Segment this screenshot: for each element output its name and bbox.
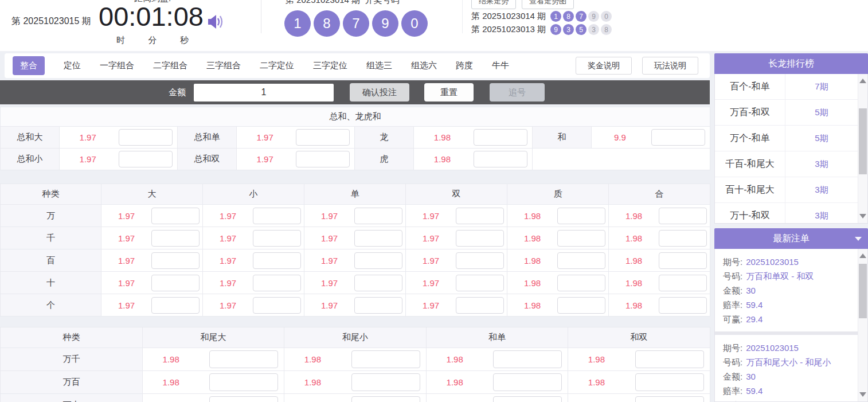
bet-amount-input[interactable] <box>474 129 527 146</box>
bet-amount-input[interactable] <box>151 252 200 269</box>
bet-amount-input[interactable] <box>151 275 200 291</box>
bet-type-label: 万 <box>1 205 101 227</box>
bet-amount-input[interactable] <box>635 373 704 391</box>
speaker-icon[interactable] <box>208 13 226 33</box>
bet-amount-input[interactable] <box>456 208 504 224</box>
bet-amount-input[interactable] <box>253 230 301 247</box>
bet-amount-input[interactable] <box>651 129 705 146</box>
bet-amount-input[interactable] <box>253 275 301 291</box>
bet-amount-input[interactable] <box>659 297 707 314</box>
bet-amount-input[interactable] <box>635 350 704 368</box>
bet-amount-input[interactable] <box>557 297 605 314</box>
odds-value: 1.98 <box>507 233 557 243</box>
scrollbar-down-icon[interactable] <box>859 214 866 218</box>
scrollbar[interactable] <box>858 74 867 223</box>
dragon-rank-row: 万个-和单5期 <box>715 126 858 151</box>
odds-value: 1.98 <box>507 278 557 288</box>
bet-amount-input[interactable] <box>253 297 301 314</box>
collapse-arrow-icon[interactable] <box>855 237 862 244</box>
tab-10[interactable]: 跨度 <box>456 60 473 71</box>
tab-1[interactable]: 整合 <box>13 56 45 75</box>
result-trend-button[interactable]: 结果走势 <box>471 0 516 9</box>
bet-cell: 1.98 <box>507 272 609 294</box>
bet-amount-input[interactable] <box>456 230 504 247</box>
scrollbar-down-icon[interactable] <box>859 392 866 397</box>
bet-amount-input[interactable] <box>354 275 402 291</box>
bet-amount-input[interactable] <box>557 252 605 269</box>
odds-value: 1.97 <box>101 233 151 243</box>
bet-amount-input[interactable] <box>557 208 605 224</box>
sum-table-row: 总和小1.97总和双1.97虎1.98 <box>1 149 710 170</box>
bet-amount-input[interactable] <box>557 275 605 291</box>
bet-amount-input[interactable] <box>493 373 562 391</box>
amount-input[interactable] <box>194 84 334 102</box>
tab-9[interactable]: 组选六 <box>411 60 437 71</box>
bet-cell: 1.98 <box>568 394 710 402</box>
bet-amount-input[interactable] <box>354 230 402 247</box>
tab-7[interactable]: 三字定位 <box>313 60 347 71</box>
bet-amount-input[interactable] <box>456 297 504 314</box>
odds-value: 1.97 <box>60 132 116 142</box>
bet-amount-input[interactable] <box>456 275 504 291</box>
chase-number-button[interactable]: 追号 <box>490 83 545 102</box>
odds-value: 1.97 <box>304 233 354 243</box>
bet-amount-input[interactable] <box>456 252 504 269</box>
confirm-bet-button[interactable]: 确认投注 <box>350 83 409 102</box>
odds-value: 1.97 <box>406 278 456 288</box>
tab-8[interactable]: 组选三 <box>366 60 392 71</box>
tab-2[interactable]: 定位 <box>64 60 81 71</box>
bet-amount-input[interactable] <box>557 230 605 247</box>
scrollbar-thumb[interactable] <box>859 108 867 174</box>
bet-amount-input[interactable] <box>351 373 420 391</box>
tab-5[interactable]: 三字组合 <box>206 60 241 71</box>
tab-11[interactable]: 牛牛 <box>492 60 509 71</box>
bet-amount-input[interactable] <box>659 230 707 247</box>
bet-amount-input[interactable] <box>659 208 707 224</box>
orders-panel-title: 最新注单 <box>773 233 810 245</box>
bet-cell: 1.97 <box>101 249 203 272</box>
bet-amount-input[interactable] <box>296 151 350 167</box>
tail-table-row: 万十1.981.981.981.98 <box>1 394 710 402</box>
bet-amount-input[interactable] <box>151 297 200 314</box>
bet-amount-input[interactable] <box>119 151 173 167</box>
bet-amount-input[interactable] <box>296 129 350 146</box>
bet-amount-input[interactable] <box>659 275 707 291</box>
tab-3[interactable]: 一字组合 <box>100 60 134 71</box>
bet-amount-input[interactable] <box>151 208 200 224</box>
bet-amount-input[interactable] <box>493 396 562 402</box>
bet-cell: 1.97 <box>60 149 178 170</box>
tab-6[interactable]: 二字定位 <box>260 60 294 71</box>
bet-amount-input[interactable] <box>209 350 278 368</box>
bet-amount-input[interactable] <box>493 350 562 368</box>
bet-amount-input[interactable] <box>354 252 402 269</box>
scrollbar[interactable] <box>858 249 867 401</box>
view-trend-chart-button[interactable]: 查看走势图 <box>522 0 574 9</box>
dragon-ranking-panel: 长龙排行榜 百个-和单7期万百-和双5期万个-和单5期千百-和尾大3期百十-和尾… <box>714 53 868 224</box>
dragon-streak-count: 5期 <box>785 126 858 151</box>
bet-amount-input[interactable] <box>351 396 420 402</box>
play-rules-button[interactable]: 玩法说明 <box>642 57 698 75</box>
bet-amount-input[interactable] <box>253 208 301 224</box>
scrollbar-up-icon[interactable] <box>859 79 866 83</box>
odds-value: 1.98 <box>507 300 557 310</box>
bet-amount-input[interactable] <box>151 230 200 247</box>
bet-amount-input[interactable] <box>253 252 301 269</box>
bet-amount-input[interactable] <box>659 252 707 269</box>
bet-amount-input[interactable] <box>474 151 527 167</box>
tab-4[interactable]: 二字组合 <box>153 60 187 71</box>
bet-amount-input[interactable] <box>209 396 278 402</box>
bet-amount-input[interactable] <box>351 350 420 368</box>
reset-button[interactable]: 重置 <box>424 83 474 102</box>
bet-amount-input[interactable] <box>354 297 402 314</box>
amount-label: 金额 <box>169 87 186 98</box>
orders-list: 期号:20251023015号码:万百和单双 - 和双金额:30赔率:59.4可… <box>715 249 867 402</box>
bet-amount-input[interactable] <box>209 373 278 391</box>
prize-info-button[interactable]: 奖金说明 <box>576 57 632 75</box>
scrollbar-thumb[interactable] <box>859 264 867 318</box>
scrollbar-up-icon[interactable] <box>859 253 866 258</box>
dragon-bet-name: 千百-和尾大 <box>715 151 785 177</box>
bet-amount-input[interactable] <box>119 129 173 146</box>
bet-amount-input[interactable] <box>354 208 402 224</box>
bet-amount-input[interactable] <box>635 396 704 402</box>
odds-value: 1.98 <box>427 354 483 364</box>
